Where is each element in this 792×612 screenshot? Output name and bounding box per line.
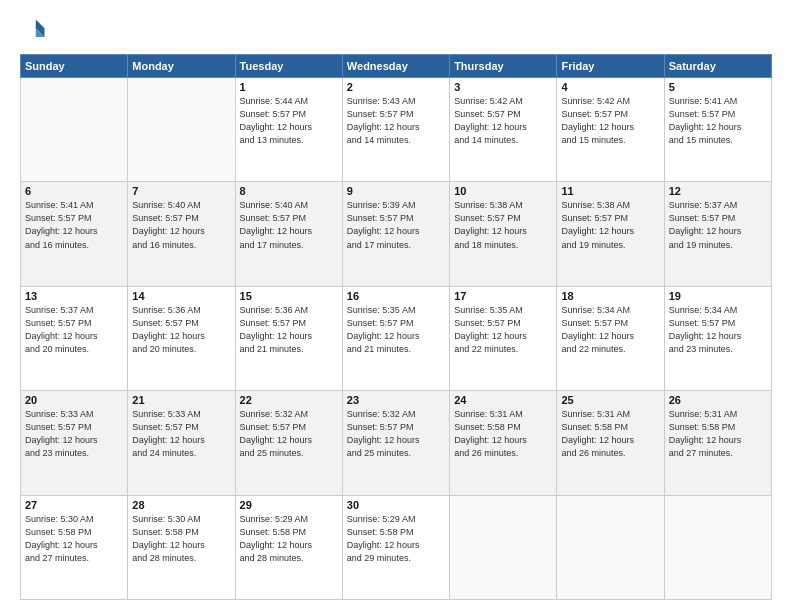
calendar-week-5: 27Sunrise: 5:30 AMSunset: 5:58 PMDayligh… xyxy=(21,495,772,599)
day-info: Sunrise: 5:40 AMSunset: 5:57 PMDaylight:… xyxy=(132,199,230,251)
logo-icon xyxy=(20,16,48,44)
day-info: Sunrise: 5:31 AMSunset: 5:58 PMDaylight:… xyxy=(561,408,659,460)
calendar-cell: 12Sunrise: 5:37 AMSunset: 5:57 PMDayligh… xyxy=(664,182,771,286)
day-info: Sunrise: 5:36 AMSunset: 5:57 PMDaylight:… xyxy=(240,304,338,356)
calendar-cell: 3Sunrise: 5:42 AMSunset: 5:57 PMDaylight… xyxy=(450,78,557,182)
calendar-header-sunday: Sunday xyxy=(21,55,128,78)
day-info: Sunrise: 5:41 AMSunset: 5:57 PMDaylight:… xyxy=(25,199,123,251)
day-number: 8 xyxy=(240,185,338,197)
day-info: Sunrise: 5:32 AMSunset: 5:57 PMDaylight:… xyxy=(240,408,338,460)
day-number: 11 xyxy=(561,185,659,197)
calendar-table: SundayMondayTuesdayWednesdayThursdayFrid… xyxy=(20,54,772,600)
day-info: Sunrise: 5:29 AMSunset: 5:58 PMDaylight:… xyxy=(347,513,445,565)
day-info: Sunrise: 5:38 AMSunset: 5:57 PMDaylight:… xyxy=(454,199,552,251)
day-number: 7 xyxy=(132,185,230,197)
day-number: 24 xyxy=(454,394,552,406)
day-info: Sunrise: 5:42 AMSunset: 5:57 PMDaylight:… xyxy=(454,95,552,147)
day-number: 3 xyxy=(454,81,552,93)
calendar-cell: 9Sunrise: 5:39 AMSunset: 5:57 PMDaylight… xyxy=(342,182,449,286)
calendar-cell: 2Sunrise: 5:43 AMSunset: 5:57 PMDaylight… xyxy=(342,78,449,182)
day-info: Sunrise: 5:40 AMSunset: 5:57 PMDaylight:… xyxy=(240,199,338,251)
calendar-header-saturday: Saturday xyxy=(664,55,771,78)
day-info: Sunrise: 5:32 AMSunset: 5:57 PMDaylight:… xyxy=(347,408,445,460)
day-info: Sunrise: 5:44 AMSunset: 5:57 PMDaylight:… xyxy=(240,95,338,147)
calendar-header-row: SundayMondayTuesdayWednesdayThursdayFrid… xyxy=(21,55,772,78)
day-info: Sunrise: 5:33 AMSunset: 5:57 PMDaylight:… xyxy=(132,408,230,460)
calendar-week-3: 13Sunrise: 5:37 AMSunset: 5:57 PMDayligh… xyxy=(21,286,772,390)
calendar-cell: 18Sunrise: 5:34 AMSunset: 5:57 PMDayligh… xyxy=(557,286,664,390)
day-number: 14 xyxy=(132,290,230,302)
calendar-cell: 14Sunrise: 5:36 AMSunset: 5:57 PMDayligh… xyxy=(128,286,235,390)
day-number: 13 xyxy=(25,290,123,302)
calendar-cell xyxy=(128,78,235,182)
day-info: Sunrise: 5:38 AMSunset: 5:57 PMDaylight:… xyxy=(561,199,659,251)
calendar-cell: 11Sunrise: 5:38 AMSunset: 5:57 PMDayligh… xyxy=(557,182,664,286)
calendar-cell: 15Sunrise: 5:36 AMSunset: 5:57 PMDayligh… xyxy=(235,286,342,390)
day-number: 30 xyxy=(347,499,445,511)
calendar-cell: 23Sunrise: 5:32 AMSunset: 5:57 PMDayligh… xyxy=(342,391,449,495)
calendar-header-friday: Friday xyxy=(557,55,664,78)
day-info: Sunrise: 5:42 AMSunset: 5:57 PMDaylight:… xyxy=(561,95,659,147)
day-info: Sunrise: 5:41 AMSunset: 5:57 PMDaylight:… xyxy=(669,95,767,147)
day-number: 10 xyxy=(454,185,552,197)
day-number: 19 xyxy=(669,290,767,302)
day-info: Sunrise: 5:30 AMSunset: 5:58 PMDaylight:… xyxy=(132,513,230,565)
day-info: Sunrise: 5:34 AMSunset: 5:57 PMDaylight:… xyxy=(561,304,659,356)
calendar-cell: 1Sunrise: 5:44 AMSunset: 5:57 PMDaylight… xyxy=(235,78,342,182)
day-info: Sunrise: 5:39 AMSunset: 5:57 PMDaylight:… xyxy=(347,199,445,251)
calendar-cell: 24Sunrise: 5:31 AMSunset: 5:58 PMDayligh… xyxy=(450,391,557,495)
calendar-week-2: 6Sunrise: 5:41 AMSunset: 5:57 PMDaylight… xyxy=(21,182,772,286)
calendar-cell: 8Sunrise: 5:40 AMSunset: 5:57 PMDaylight… xyxy=(235,182,342,286)
calendar-cell xyxy=(664,495,771,599)
day-number: 22 xyxy=(240,394,338,406)
calendar-header-thursday: Thursday xyxy=(450,55,557,78)
day-number: 4 xyxy=(561,81,659,93)
calendar-cell: 21Sunrise: 5:33 AMSunset: 5:57 PMDayligh… xyxy=(128,391,235,495)
day-number: 2 xyxy=(347,81,445,93)
day-number: 18 xyxy=(561,290,659,302)
day-number: 25 xyxy=(561,394,659,406)
calendar-cell: 10Sunrise: 5:38 AMSunset: 5:57 PMDayligh… xyxy=(450,182,557,286)
calendar-cell: 20Sunrise: 5:33 AMSunset: 5:57 PMDayligh… xyxy=(21,391,128,495)
calendar-cell: 27Sunrise: 5:30 AMSunset: 5:58 PMDayligh… xyxy=(21,495,128,599)
calendar-cell: 22Sunrise: 5:32 AMSunset: 5:57 PMDayligh… xyxy=(235,391,342,495)
calendar-header-wednesday: Wednesday xyxy=(342,55,449,78)
day-number: 15 xyxy=(240,290,338,302)
calendar-cell: 4Sunrise: 5:42 AMSunset: 5:57 PMDaylight… xyxy=(557,78,664,182)
day-info: Sunrise: 5:34 AMSunset: 5:57 PMDaylight:… xyxy=(669,304,767,356)
day-number: 16 xyxy=(347,290,445,302)
day-number: 17 xyxy=(454,290,552,302)
day-number: 21 xyxy=(132,394,230,406)
day-number: 29 xyxy=(240,499,338,511)
header xyxy=(20,16,772,44)
day-info: Sunrise: 5:36 AMSunset: 5:57 PMDaylight:… xyxy=(132,304,230,356)
day-number: 23 xyxy=(347,394,445,406)
calendar-cell: 6Sunrise: 5:41 AMSunset: 5:57 PMDaylight… xyxy=(21,182,128,286)
day-number: 28 xyxy=(132,499,230,511)
day-info: Sunrise: 5:33 AMSunset: 5:57 PMDaylight:… xyxy=(25,408,123,460)
day-number: 9 xyxy=(347,185,445,197)
day-info: Sunrise: 5:29 AMSunset: 5:58 PMDaylight:… xyxy=(240,513,338,565)
day-info: Sunrise: 5:30 AMSunset: 5:58 PMDaylight:… xyxy=(25,513,123,565)
day-number: 20 xyxy=(25,394,123,406)
logo xyxy=(20,16,52,44)
day-number: 5 xyxy=(669,81,767,93)
calendar-cell: 7Sunrise: 5:40 AMSunset: 5:57 PMDaylight… xyxy=(128,182,235,286)
day-info: Sunrise: 5:35 AMSunset: 5:57 PMDaylight:… xyxy=(454,304,552,356)
day-info: Sunrise: 5:31 AMSunset: 5:58 PMDaylight:… xyxy=(669,408,767,460)
day-info: Sunrise: 5:37 AMSunset: 5:57 PMDaylight:… xyxy=(25,304,123,356)
calendar-cell xyxy=(450,495,557,599)
day-info: Sunrise: 5:43 AMSunset: 5:57 PMDaylight:… xyxy=(347,95,445,147)
calendar-cell: 13Sunrise: 5:37 AMSunset: 5:57 PMDayligh… xyxy=(21,286,128,390)
calendar-cell: 30Sunrise: 5:29 AMSunset: 5:58 PMDayligh… xyxy=(342,495,449,599)
day-number: 12 xyxy=(669,185,767,197)
day-info: Sunrise: 5:35 AMSunset: 5:57 PMDaylight:… xyxy=(347,304,445,356)
day-info: Sunrise: 5:37 AMSunset: 5:57 PMDaylight:… xyxy=(669,199,767,251)
day-number: 1 xyxy=(240,81,338,93)
calendar-header-monday: Monday xyxy=(128,55,235,78)
calendar-cell: 26Sunrise: 5:31 AMSunset: 5:58 PMDayligh… xyxy=(664,391,771,495)
day-number: 6 xyxy=(25,185,123,197)
calendar-week-4: 20Sunrise: 5:33 AMSunset: 5:57 PMDayligh… xyxy=(21,391,772,495)
day-number: 26 xyxy=(669,394,767,406)
calendar-cell: 25Sunrise: 5:31 AMSunset: 5:58 PMDayligh… xyxy=(557,391,664,495)
